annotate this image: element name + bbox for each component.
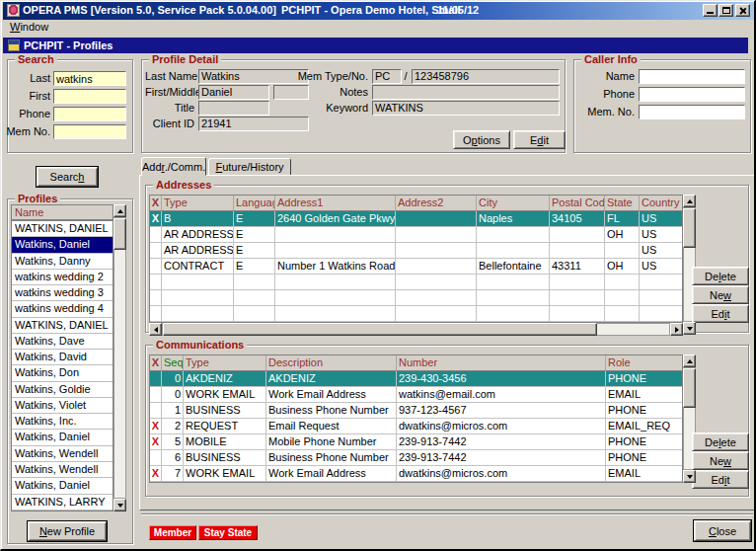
minimize-button[interactable]	[703, 4, 718, 17]
search-first-input[interactable]	[53, 89, 126, 104]
mem-type-field[interactable]: PC	[372, 69, 402, 84]
caller-name-input[interactable]	[639, 69, 745, 84]
first-name-field[interactable]: Daniel	[198, 85, 269, 100]
notes-field[interactable]	[372, 85, 560, 100]
tab-addr-comm[interactable]: Addr./Comm.	[141, 157, 206, 176]
table-row[interactable]: X5MOBILEMobile Phone Number239-913-7442P…	[150, 434, 682, 450]
cell-seq: 7	[162, 466, 184, 482]
communications-vscrollbar-thumb[interactable]	[683, 368, 696, 408]
cell-type: WORK EMAIL	[184, 466, 266, 482]
profile-list-item[interactable]: Watkins, Wendell	[12, 462, 113, 478]
cell-empty	[162, 306, 234, 322]
search-button[interactable]: Search	[37, 167, 98, 187]
search-last-input[interactable]	[53, 71, 126, 86]
profile-list-item[interactable]: Watkins, Danny	[12, 254, 113, 270]
profile-list-item[interactable]: watkins wedding 2	[12, 270, 113, 285]
empty-row[interactable]	[150, 290, 682, 306]
table-row[interactable]: X2REQUESTEmail Requestdwatkins@micros.co…	[150, 419, 682, 434]
empty-row[interactable]	[150, 306, 682, 322]
stay-state-indicator-button[interactable]: Stay State	[198, 525, 258, 540]
maximize-button[interactable]	[718, 4, 733, 17]
table-row[interactable]: AR ADDRESSEUS	[150, 243, 682, 259]
options-button[interactable]: Options	[453, 130, 510, 149]
cell-x: X	[150, 466, 162, 482]
profile-list-item[interactable]: Watkins, Wendell	[12, 446, 113, 462]
search-memno-input[interactable]	[53, 124, 126, 139]
communications-delete-button[interactable]: Delete	[692, 433, 749, 451]
addresses-hscrollbar-thumb[interactable]	[163, 323, 597, 336]
profile-list-item[interactable]: Watkins, Daniel	[12, 237, 113, 253]
cell-empty	[275, 275, 396, 290]
profile-list-item[interactable]: WATKINS, LARRY	[12, 495, 113, 511]
column-header-city: City	[477, 196, 550, 211]
menu-window[interactable]: Window	[10, 21, 48, 33]
table-row[interactable]: 1BUSINESSBusiness Phone Number937-123-45…	[150, 403, 682, 419]
table-row[interactable]: X7WORK EMAILWork Email Addressdwatkins@m…	[150, 466, 682, 482]
profile-list-item[interactable]: Watkins, Don	[12, 365, 113, 381]
opera-app-icon	[7, 4, 20, 17]
addresses-delete-button[interactable]: Delete	[692, 267, 749, 285]
profile-list-item[interactable]: Watkins, David	[12, 350, 113, 365]
addresses-vscrollbar-thumb[interactable]	[683, 208, 696, 248]
last-name-field[interactable]: Watkins	[198, 69, 309, 84]
cell-empty	[150, 306, 162, 322]
title-field[interactable]	[198, 101, 269, 116]
communications-edit-button[interactable]: Edit	[692, 470, 749, 489]
profile-list-item[interactable]: watkins wedding 3	[12, 285, 113, 301]
table-row[interactable]: CONTRACTENumber 1 Watkins RoadBellefonta…	[150, 259, 682, 275]
menu-bar: Window	[3, 20, 755, 36]
profile-list-item[interactable]: Watkins, Violet	[12, 398, 113, 414]
profile-list-item[interactable]: Watkins, Goldie	[12, 382, 113, 398]
cell-language: E	[234, 211, 275, 227]
addresses-new-button[interactable]: New	[692, 285, 749, 304]
communications-scroll-up-button[interactable]	[683, 354, 696, 367]
keyword-field[interactable]: WATKINS	[372, 101, 560, 116]
mem-no-label: Mem No.	[3, 124, 50, 139]
close-button[interactable]: Close	[694, 520, 751, 541]
phone-label: Phone	[7, 107, 50, 121]
table-row[interactable]: XBE2640 Golden Gate Pkwy Ste 2Naples3410…	[150, 211, 682, 227]
mem-no-field[interactable]: 123458796	[412, 69, 560, 84]
cell-empty	[234, 275, 275, 290]
profile-list-item[interactable]: watkins wedding 4	[12, 301, 113, 317]
profile-list-item[interactable]: Watkins, Dave	[12, 334, 113, 350]
client-id-field[interactable]: 21941	[198, 117, 309, 131]
caller-phone-input[interactable]	[639, 87, 745, 102]
column-header-number: Number	[397, 355, 606, 371]
arrow-left-icon	[154, 327, 158, 333]
edit-profile-button[interactable]: Edit	[513, 130, 566, 149]
profiles-scroll-down-button[interactable]	[113, 499, 126, 512]
cell-type: BUSINESS	[184, 450, 266, 466]
cell-empty	[550, 290, 605, 306]
profile-list-item[interactable]: WATKINS, DANIEL	[12, 318, 113, 334]
profile-list-item[interactable]: Watkins, Daniel	[12, 478, 113, 494]
cell-empty	[275, 290, 396, 306]
empty-row[interactable]	[150, 275, 682, 290]
new-profile-button[interactable]: New Profile	[28, 521, 107, 541]
addresses-scroll-down-button[interactable]	[683, 322, 696, 335]
table-row[interactable]: 0WORK EMAILWork Email Addresswatkins@ema…	[150, 387, 682, 403]
cell-desc: Mobile Phone Number	[266, 434, 397, 450]
addresses-scroll-left-button[interactable]	[149, 323, 162, 336]
table-row[interactable]: 6BUSINESSBusiness Phone Number239-913-74…	[150, 450, 682, 466]
profiles-scrollbar-thumb[interactable]	[113, 218, 126, 250]
communications-scroll-down-button[interactable]	[683, 470, 696, 483]
addresses-scroll-up-button[interactable]	[683, 195, 696, 207]
footer-separator	[141, 513, 753, 515]
search-phone-input[interactable]	[53, 107, 126, 121]
table-row[interactable]: 0AKDENIZAKDENIZ239-430-3456PHONE	[150, 371, 682, 387]
profile-list-item[interactable]: Watkins, Daniel	[12, 430, 113, 445]
profiles-scroll-up-button[interactable]	[113, 204, 126, 217]
close-window-button[interactable]	[735, 4, 750, 17]
profile-list-item[interactable]: Watkins, Inc.	[12, 414, 113, 430]
profile-list-item[interactable]: WATKINS, DANIEL	[12, 221, 113, 237]
member-indicator-button[interactable]: Member	[149, 525, 196, 540]
communications-new-button[interactable]: New	[692, 451, 749, 470]
addresses-edit-button[interactable]: Edit	[692, 304, 749, 323]
tab-future-history[interactable]: Future/History	[208, 158, 291, 176]
addresses-scroll-right-button[interactable]	[670, 323, 683, 336]
caller-memno-input[interactable]	[639, 105, 745, 119]
table-row[interactable]: AR ADDRESSEOHUS	[150, 227, 682, 243]
cell-x: X	[150, 211, 162, 227]
profiles-scrollbar-track[interactable]	[113, 217, 126, 499]
